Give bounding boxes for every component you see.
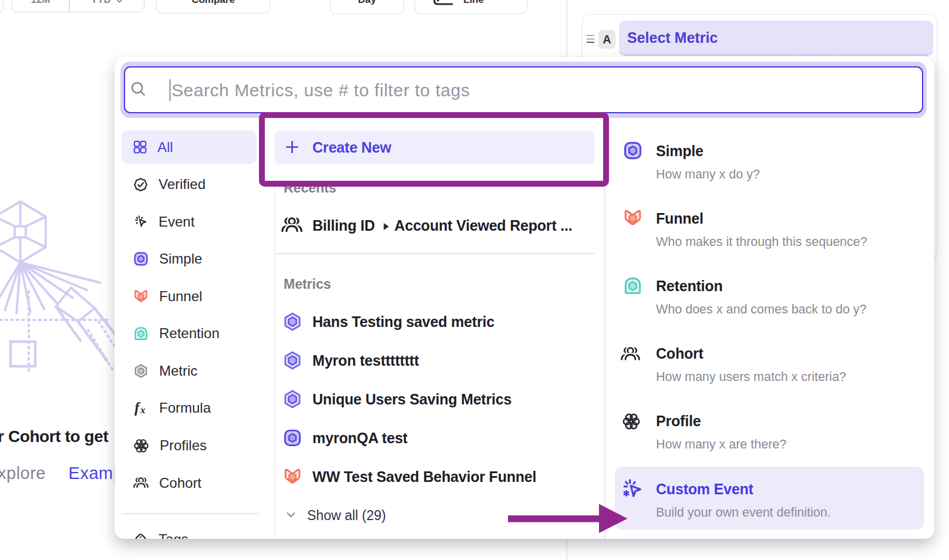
svg-text:x: x: [140, 404, 146, 416]
